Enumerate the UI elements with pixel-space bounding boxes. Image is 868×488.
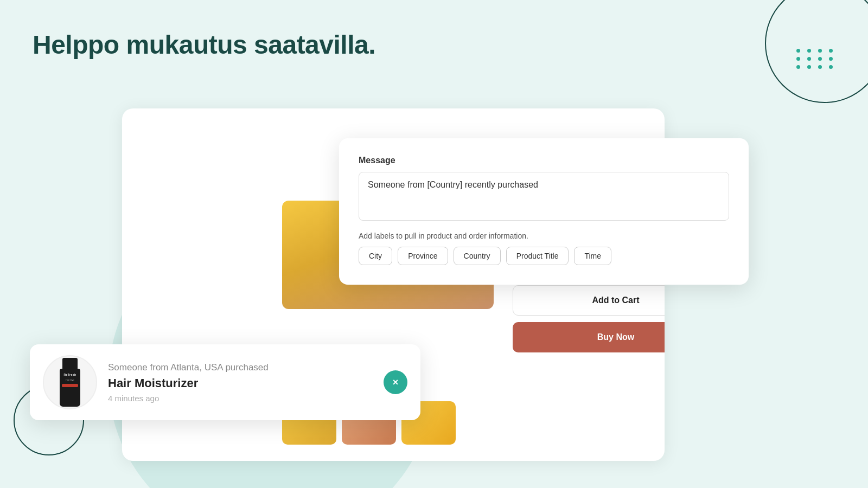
message-textarea[interactable]: [359, 172, 729, 221]
notification-subtitle: Someone from Atlanta, USA purchased: [108, 362, 373, 373]
add-to-cart-button[interactable]: Add to Cart: [513, 285, 665, 316]
buy-now-button[interactable]: Buy Now: [513, 322, 665, 352]
label-tag-city[interactable]: City: [359, 247, 392, 265]
message-editor-card: Message Add labels to pull in product an…: [339, 138, 749, 285]
label-tag-country[interactable]: Country: [454, 247, 501, 265]
label-tag-product-title[interactable]: Product Title: [506, 247, 569, 265]
label-tag-province[interactable]: Province: [398, 247, 448, 265]
dot-grid-decoration: [796, 49, 835, 69]
label-tag-time[interactable]: Time: [574, 247, 611, 265]
page-title: Helppo mukautus saatavilla.: [33, 30, 375, 60]
notification-content: Someone from Atlanta, USA purchased Hair…: [108, 362, 373, 403]
notification-avatar: ReTresh Hair Dye: [43, 355, 97, 409]
label-tags-container: City Province Country Product Title Time: [359, 247, 729, 265]
notification-close-button[interactable]: ×: [384, 370, 407, 394]
labels-hint-text: Add labels to pull in product and order …: [359, 232, 729, 240]
notification-product-name: Hair Moisturizer: [108, 376, 373, 390]
notification-popup: ReTresh Hair Dye Someone from Atlanta, U…: [30, 344, 420, 420]
notification-time: 4 minutes ago: [108, 394, 373, 403]
message-field-label: Message: [359, 156, 729, 165]
